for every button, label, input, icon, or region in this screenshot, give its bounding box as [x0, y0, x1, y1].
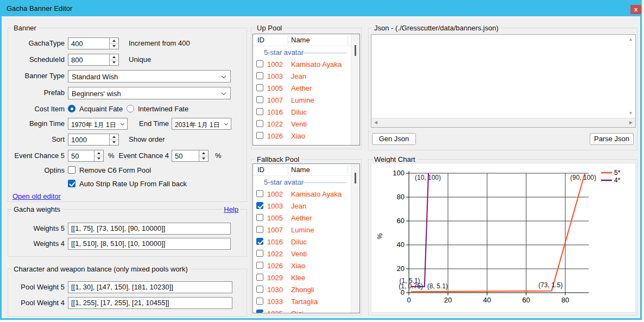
intertwined-fate-radio[interactable] [127, 105, 134, 112]
sort-input[interactable]: 1000 [68, 134, 119, 146]
list-item[interactable]: 1016Diluc [253, 106, 351, 118]
scroll-left-icon[interactable]: ◀ [374, 120, 377, 125]
parse-json-button[interactable]: Parse Json [590, 133, 634, 145]
item-checkbox[interactable] [256, 274, 263, 281]
scheduleid-spinner[interactable] [109, 54, 118, 65]
scroll-down-icon[interactable]: ▼ [626, 111, 635, 116]
scrollbar-thumb[interactable] [355, 45, 356, 56]
list-item[interactable]: 1005Aether [253, 212, 351, 224]
list-item[interactable]: 1007Lumine [253, 94, 351, 106]
sort-hint: Show order [129, 134, 165, 146]
list-item[interactable]: 1022Venti [253, 118, 351, 130]
scroll-right-icon[interactable]: ▶ [629, 120, 633, 125]
event-chance-5-input[interactable]: 50 [68, 150, 104, 162]
item-checkbox[interactable] [256, 262, 263, 269]
list-item[interactable]: 1030Zhongli [253, 283, 351, 295]
end-time-picker[interactable]: 2031年 1月 1日 [172, 118, 231, 130]
list-item[interactable]: 1003Jean [253, 200, 351, 212]
spin-down-icon[interactable] [94, 156, 103, 162]
item-name: Lumine [291, 96, 314, 104]
open-old-editor-link[interactable]: Open old editor [12, 192, 61, 200]
scheduleid-input[interactable]: 800 [68, 54, 119, 66]
list-item[interactable]: 1016Diluc [253, 236, 351, 248]
event-chance-4-label: Event Chance 4 [116, 150, 169, 162]
item-checkbox[interactable] [256, 96, 263, 103]
list-item[interactable]: 1033Tartaglia [253, 295, 351, 307]
list-item[interactable]: 1029Klee [253, 272, 351, 283]
list-item[interactable]: 1026Xiao [253, 260, 351, 272]
weight-chart-svg: 020406080020406080100%(10, 100)(90, 100)… [371, 163, 635, 312]
banner-type-select[interactable]: Standard Wish [68, 70, 231, 83]
pool-weight-4-input[interactable]: [[1, 255], [17, 255], [21, 10455]] [68, 297, 232, 309]
spin-down-icon[interactable] [110, 60, 118, 66]
item-checkbox[interactable] [256, 202, 263, 209]
vertical-scrollbar[interactable]: ▲ ▼ [626, 35, 635, 118]
spin-up-icon[interactable] [199, 150, 208, 156]
item-checkbox[interactable] [256, 72, 263, 79]
scrollbar-thumb[interactable] [355, 173, 356, 184]
weight-chart-title: Weight Chart [372, 155, 418, 163]
spin-down-icon[interactable] [110, 43, 118, 49]
scrollbar[interactable] [351, 164, 359, 313]
banner-type-value: Standard Wish [72, 73, 118, 81]
list-item[interactable]: 1007Lumine [253, 224, 351, 236]
weights-5-input[interactable]: [[1, 75], [73, 150], [90, 10000]] [68, 223, 231, 235]
spin-up-icon[interactable] [110, 54, 118, 60]
item-checkbox[interactable] [256, 120, 263, 127]
item-checkbox[interactable] [256, 190, 263, 197]
gen-json-button[interactable]: Gen Json [372, 133, 416, 145]
up-pool-list[interactable]: ID Name 5-star avatar 1002Kamisato Ayaka… [252, 34, 360, 146]
item-checkbox[interactable] [256, 226, 263, 233]
scroll-up-icon[interactable]: ▲ [626, 37, 635, 42]
prefab-select[interactable]: Beginners' wish [68, 87, 231, 99]
fallback-pool-list[interactable]: ID Name 5-star avatar 1002Kamisato Ayaka… [252, 163, 360, 313]
list-item[interactable]: 1026Xiao [253, 130, 351, 142]
horizontal-scrollbar[interactable]: ◀ ▶ [371, 118, 635, 127]
list-item[interactable]: 1002Kamisato Ayaka [253, 58, 351, 70]
item-checkbox[interactable] [256, 298, 263, 305]
item-checkbox[interactable] [256, 310, 263, 313]
help-link[interactable]: Help [222, 205, 240, 213]
item-id: 1016 [267, 108, 283, 116]
svg-text:40: 40 [483, 296, 491, 304]
event-chance-4-spinner[interactable] [199, 150, 208, 161]
scheduleid-row: ScheduleId 800 Unique [8, 54, 247, 66]
cost-item-row: Cost Item Acquaint Fate Intertwined Fate [8, 104, 247, 113]
item-checkbox[interactable] [256, 286, 263, 293]
list-item[interactable]: 1005Aether [253, 82, 351, 94]
auto-strip-checkbox[interactable] [68, 180, 75, 187]
spin-up-icon[interactable] [94, 150, 103, 156]
scrollbar[interactable] [351, 34, 359, 145]
sort-spinner[interactable] [109, 134, 118, 145]
acquaint-fate-radio[interactable] [68, 105, 75, 112]
spin-up-icon[interactable] [110, 134, 118, 140]
group-header-label: 5-star avatar [264, 48, 304, 56]
event-chance-4-input[interactable]: 50 [172, 150, 209, 162]
gachatype-input[interactable]: 400 [68, 37, 119, 49]
item-checkbox[interactable] [256, 132, 263, 139]
list-item[interactable]: 1035Qiqi [253, 307, 351, 313]
close-button[interactable]: x [630, 5, 641, 14]
gachatype-spinner[interactable] [109, 38, 118, 49]
item-id: 1026 [267, 132, 283, 140]
item-checkbox[interactable] [256, 108, 263, 115]
spin-down-icon[interactable] [110, 140, 118, 146]
list-item[interactable]: 1002Kamisato Ayaka [253, 188, 351, 200]
item-checkbox[interactable] [256, 250, 263, 257]
list-item[interactable]: 1003Jean [253, 70, 351, 82]
spin-down-icon[interactable] [199, 156, 208, 162]
list-item[interactable]: 1022Venti [253, 248, 351, 260]
remove-c6-checkbox[interactable] [68, 166, 75, 174]
item-checkbox[interactable] [256, 214, 263, 221]
pool-weight-5-input[interactable]: [[1, 30], [147, 150], [181, 10230]] [68, 281, 232, 293]
spin-up-icon[interactable] [110, 38, 118, 43]
item-checkbox[interactable] [256, 60, 263, 67]
item-name: Aether [291, 84, 312, 92]
item-checkbox[interactable] [256, 84, 263, 91]
pool-weight-5-row: Pool Weight 5 [[1, 30], [147, 150], [181… [8, 281, 247, 293]
json-textarea[interactable]: ▲ ▼ ◀ ▶ [371, 34, 636, 128]
item-checkbox[interactable] [256, 238, 263, 245]
svg-text:5*: 5* [614, 169, 621, 176]
weights-4-input[interactable]: [[1, 510], [8, 510], [10, 10000]] [68, 238, 231, 250]
event-chance-5-spinner[interactable] [94, 150, 103, 161]
